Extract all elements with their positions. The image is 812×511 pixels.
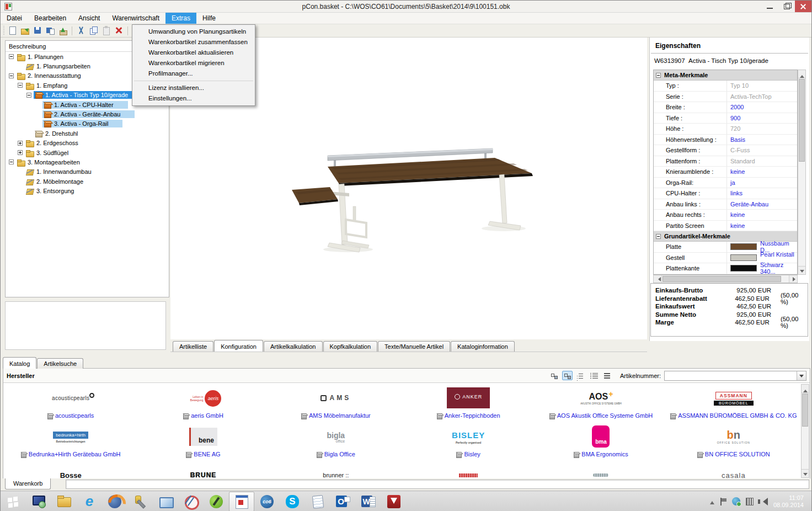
warenkorb-tab[interactable]: Warenkorb	[5, 478, 51, 489]
manufacturer-logo[interactable]: BRUNE	[190, 464, 217, 478]
property-value[interactable]: Geräte-Anbau	[726, 199, 797, 210]
manufacturer-cell[interactable]: bma BMA Ergonomics	[535, 424, 667, 462]
manufacturer-logo[interactable]: brunner ::	[323, 464, 349, 478]
scrollbar-thumb[interactable]	[663, 276, 781, 282]
menu-entry[interactable]: Lizenz installieren...	[133, 83, 254, 93]
manufacturer-cell[interactable]: bigla office Bigla Office	[270, 424, 402, 462]
tree-node[interactable]: 2. Erdgeschoss	[18, 139, 169, 148]
property-value[interactable]: C-Fuss	[726, 145, 797, 156]
property-value[interactable]: 900	[726, 113, 797, 124]
tree-node[interactable]: 3. Montagearbeiten	[9, 157, 169, 167]
menu-item[interactable]: Datei	[1, 13, 28, 24]
property-row[interactable]: Gestellform : C-Fuss	[654, 145, 797, 156]
property-group-meta[interactable]: Meta-Merkmale	[654, 70, 797, 81]
menu-item[interactable]: Ansicht	[72, 13, 106, 24]
manufacturer-logo[interactable]	[459, 464, 478, 478]
property-row[interactable]: Plattenform : Standard	[654, 156, 797, 167]
taskbar-app[interactable]: e	[77, 492, 102, 511]
menu-entry[interactable]: Einstellungen...	[133, 93, 254, 104]
property-row[interactable]: Anbau links : Geräte-Anbau	[654, 199, 797, 210]
manufacturer-cell[interactable]: Bosse	[4, 462, 137, 478]
tree-toggle-icon[interactable]	[18, 150, 23, 155]
property-value[interactable]: Activa-TechTop	[726, 92, 797, 102]
material-swatch[interactable]	[730, 265, 757, 272]
scroll-left-arrow[interactable]	[654, 275, 662, 283]
view-tab[interactable]: Konfiguration	[214, 340, 263, 352]
taskbar-app[interactable]: S	[280, 492, 305, 511]
view-tab[interactable]: Artikelliste	[173, 341, 213, 352]
import-icon[interactable]	[58, 25, 68, 36]
manufacturer-name[interactable]: Anker-Teppichboden	[445, 412, 500, 419]
manufacturer-cell[interactable]: bedrunka+hirth Betriebseinrichtungen Bed…	[4, 424, 137, 462]
manufacturer-name[interactable]: acousticpearls	[55, 412, 94, 419]
property-value[interactable]: 720	[726, 124, 797, 134]
manufacturer-logo[interactable]: ANKER	[447, 386, 490, 411]
taskbar-app[interactable]	[178, 492, 204, 511]
catalog-vertical-scrollbar[interactable]	[801, 384, 809, 478]
property-value[interactable]: Standard	[726, 156, 797, 167]
manufacturer-cell[interactable]	[402, 462, 535, 478]
manufacturer-logo[interactable]: AMS	[320, 386, 351, 411]
manufacturer-cell[interactable]: brunner ::	[270, 462, 402, 478]
new-document-icon[interactable]	[7, 25, 18, 36]
view-details-icon[interactable]	[589, 371, 599, 380]
property-value[interactable]: Typ 10	[726, 81, 797, 91]
tree-toggle-icon[interactable]	[9, 73, 14, 78]
volume-icon[interactable]	[759, 498, 768, 505]
manufacturer-cell[interactable]: BRUNE	[137, 462, 269, 478]
manufacturer-cell[interactable]: bn OFFICE SOLUTION BN OFFICE SOLUTION	[667, 424, 800, 462]
property-value[interactable]: 2000	[726, 102, 797, 113]
manufacturer-name[interactable]: BENE AG	[194, 451, 220, 457]
artikelnummer-combobox[interactable]	[664, 371, 806, 381]
close-button[interactable]	[795, 1, 811, 12]
manufacturer-name[interactable]: aeris GmbH	[191, 412, 223, 419]
manufacturer-name[interactable]: AOS Akustik Office Systeme GmbH	[557, 412, 653, 419]
manufacturer-cell[interactable]: BISLEY Perfectly organised Bisley	[402, 424, 535, 462]
material-swatch[interactable]	[730, 243, 757, 250]
manufacturer-cell[interactable]: acousticpearls acousticpearls	[4, 385, 137, 424]
property-grid-horizontal-scrollbar[interactable]	[653, 275, 798, 283]
taskbar-app[interactable]	[381, 492, 407, 511]
scroll-down-arrow[interactable]	[798, 266, 805, 274]
property-row[interactable]: Partito Screen keine	[654, 221, 797, 232]
tree-node[interactable]: 2. Drehstuhl	[26, 129, 169, 138]
scrollbar-thumb[interactable]	[802, 393, 808, 427]
manufacturer-logo[interactable]: aeris Leben in Bewegung	[183, 386, 223, 411]
cut-icon[interactable]	[76, 25, 86, 36]
manufacturer-name[interactable]: AMS Möbelmanufaktur	[309, 412, 371, 419]
property-value[interactable]: keine	[726, 221, 797, 231]
tree-toggle-icon[interactable]	[18, 141, 23, 146]
property-row[interactable]: Knieraumblende : keine	[654, 167, 797, 178]
tray-expand-icon[interactable]	[710, 499, 714, 504]
taskbar-app[interactable]	[305, 492, 330, 511]
property-row[interactable]: CPU-Halter : links	[654, 188, 797, 199]
menu-item[interactable]: Warenwirtschaft	[106, 13, 165, 24]
tree-toggle-icon[interactable]	[26, 93, 31, 98]
tree-toggle-icon[interactable]	[9, 159, 14, 164]
menu-entry[interactable]: Umwandlung von Planungsartikeln	[133, 26, 254, 37]
manufacturer-name[interactable]: BN OFFICE SOLUTION	[705, 451, 770, 457]
menu-item[interactable]: Hilfe	[196, 13, 222, 24]
property-row[interactable]: Plattenkante Schwarz 340...	[654, 263, 797, 274]
tree-node[interactable]: 3. Entsorgung	[18, 186, 169, 195]
view-tab[interactable]: Kataloginformation	[451, 341, 515, 352]
material-swatch[interactable]	[730, 254, 757, 261]
manufacturer-cell[interactable]: bene BENE AG	[137, 424, 269, 462]
toolbar-grip[interactable]	[3, 26, 4, 36]
property-grid-vertical-scrollbar[interactable]	[798, 70, 806, 275]
manufacturer-cell[interactable]: AMS AMS Möbelmanufaktur	[270, 385, 402, 424]
property-value[interactable]: links	[726, 188, 797, 199]
property-value[interactable]: ja	[726, 178, 797, 188]
material-value[interactable]: Schwarz 340...	[760, 262, 797, 275]
delete-icon[interactable]	[114, 25, 124, 36]
property-value[interactable]: Basis	[726, 135, 797, 145]
taskbar-app[interactable]	[204, 492, 229, 511]
property-row[interactable]: Höhenverstellung : Basis	[654, 135, 797, 146]
catalog-tab[interactable]: Artikelsuche	[37, 358, 83, 369]
manufacturer-name[interactable]: BMA Ergonomics	[581, 451, 628, 457]
combobox-dropdown-icon[interactable]	[797, 371, 806, 380]
collapse-icon[interactable]	[656, 234, 661, 239]
manufacturer-logo[interactable]: Bosse	[60, 464, 82, 478]
action-center-flag-icon[interactable]	[720, 498, 726, 505]
menu-entry[interactable]: Warenkorbartikel migrieren	[133, 58, 254, 68]
